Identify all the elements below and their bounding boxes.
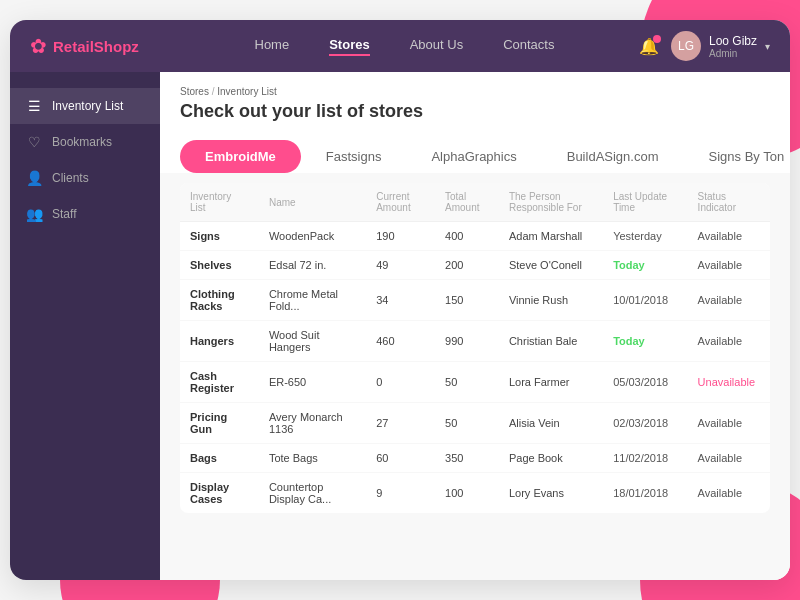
col-status: Status Indicator — [688, 183, 770, 222]
top-nav: ✿ RetailShopz Home Stores About Us Conta… — [10, 20, 790, 72]
sidebar-item-clients[interactable]: 👤 Clients — [10, 160, 160, 196]
sidebar-item-staff[interactable]: 👥 Staff — [10, 196, 160, 232]
sidebar-item-bookmarks[interactable]: ♡ Bookmarks — [10, 124, 160, 160]
user-name: Loo Gibz — [709, 34, 757, 48]
table-row: Display Cases Countertop Display Ca... 9… — [180, 473, 770, 514]
nav-right: 🔔 LG Loo Gibz Admin ▾ — [639, 31, 770, 61]
content-header: Stores / Inventory List Check out your l… — [160, 72, 790, 130]
tab-alphagraphics[interactable]: AlphaGraphics — [406, 140, 541, 173]
sidebar-item-label-clients: Clients — [52, 171, 89, 185]
cell-responsible: Vinnie Rush — [499, 280, 603, 321]
cell-inventory-list: Display Cases — [180, 473, 259, 514]
content-area: Stores / Inventory List Check out your l… — [160, 72, 790, 580]
table-row: Cash Register ER-650 0 50 Lora Farmer 05… — [180, 362, 770, 403]
col-last-update: Last Update Time — [603, 183, 687, 222]
breadcrumb: Stores / Inventory List — [180, 86, 770, 97]
table-container: Inventory List Name Current Amount Total… — [160, 173, 790, 580]
inventory-table: Inventory List Name Current Amount Total… — [180, 183, 770, 513]
cell-current-amount: 460 — [366, 321, 435, 362]
cell-last-update: 05/03/2018 — [603, 362, 687, 403]
user-role: Admin — [709, 48, 757, 59]
nav-stores[interactable]: Stores — [329, 37, 369, 56]
cell-responsible: Steve O'Conell — [499, 251, 603, 280]
col-inventory-list: Inventory List — [180, 183, 259, 222]
nav-links: Home Stores About Us Contacts — [170, 37, 639, 56]
table-row: Hangers Wood Suit Hangers 460 990 Christ… — [180, 321, 770, 362]
tab-embroidme[interactable]: EmbroidMe — [180, 140, 301, 173]
sidebar: ☰ Inventory List ♡ Bookmarks 👤 Clients 👥… — [10, 72, 160, 580]
cell-current-amount: 0 — [366, 362, 435, 403]
cell-total-amount: 400 — [435, 222, 499, 251]
cell-inventory-list: Bags — [180, 444, 259, 473]
sidebar-item-label-staff: Staff — [52, 207, 76, 221]
cell-name: Tote Bags — [259, 444, 366, 473]
staff-icon: 👥 — [26, 206, 42, 222]
logo-text: RetailShopz — [53, 38, 139, 55]
cell-status: Available — [688, 403, 770, 444]
cell-name: WoodenPack — [259, 222, 366, 251]
col-name: Name — [259, 183, 366, 222]
cell-name: Edsal 72 in. — [259, 251, 366, 280]
cell-inventory-list: Hangers — [180, 321, 259, 362]
cell-status: Unavailable — [688, 362, 770, 403]
cell-total-amount: 150 — [435, 280, 499, 321]
table-row: Signs WoodenPack 190 400 Adam Marshall Y… — [180, 222, 770, 251]
notif-dot — [653, 35, 661, 43]
cell-status: Available — [688, 473, 770, 514]
notification-icon[interactable]: 🔔 — [639, 37, 659, 56]
tab-buildasign[interactable]: BuildASign.com — [542, 140, 684, 173]
cell-inventory-list: Shelves — [180, 251, 259, 280]
store-tabs: EmbroidMe Fastsigns AlphaGraphics BuildA… — [160, 130, 790, 173]
table-row: Clothing Racks Chrome Metal Fold... 34 1… — [180, 280, 770, 321]
cell-responsible: Alisia Vein — [499, 403, 603, 444]
cell-last-update: 10/01/2018 — [603, 280, 687, 321]
cell-status: Available — [688, 222, 770, 251]
tab-signsbyton[interactable]: Signs By Ton — [684, 140, 791, 173]
sidebar-item-inventory[interactable]: ☰ Inventory List — [10, 88, 160, 124]
cell-inventory-list: Cash Register — [180, 362, 259, 403]
cell-current-amount: 34 — [366, 280, 435, 321]
cell-inventory-list: Clothing Racks — [180, 280, 259, 321]
inventory-icon: ☰ — [26, 98, 42, 114]
nav-home[interactable]: Home — [255, 37, 290, 56]
cell-responsible: Lora Farmer — [499, 362, 603, 403]
cell-current-amount: 60 — [366, 444, 435, 473]
bookmark-icon: ♡ — [26, 134, 42, 150]
main-layout: ☰ Inventory List ♡ Bookmarks 👤 Clients 👥… — [10, 72, 790, 580]
cell-name: Countertop Display Ca... — [259, 473, 366, 514]
logo-icon: ✿ — [30, 34, 47, 58]
cell-current-amount: 27 — [366, 403, 435, 444]
cell-total-amount: 990 — [435, 321, 499, 362]
user-info: Loo Gibz Admin — [709, 34, 757, 59]
col-current-amount: Current Amount — [366, 183, 435, 222]
table-row: Pricing Gun Avery Monarch 1136 27 50 Ali… — [180, 403, 770, 444]
chevron-down-icon: ▾ — [765, 41, 770, 52]
cell-status: Available — [688, 444, 770, 473]
sidebar-item-label-inventory: Inventory List — [52, 99, 123, 113]
cell-responsible: Lory Evans — [499, 473, 603, 514]
cell-inventory-list: Signs — [180, 222, 259, 251]
cell-current-amount: 49 — [366, 251, 435, 280]
cell-name: Chrome Metal Fold... — [259, 280, 366, 321]
cell-responsible: Adam Marshall — [499, 222, 603, 251]
table-row: Bags Tote Bags 60 350 Page Book 11/02/20… — [180, 444, 770, 473]
cell-name: Avery Monarch 1136 — [259, 403, 366, 444]
cell-last-update: 18/01/2018 — [603, 473, 687, 514]
col-responsible: The Person Responsible For — [499, 183, 603, 222]
table-row: Shelves Edsal 72 in. 49 200 Steve O'Cone… — [180, 251, 770, 280]
page-title: Check out your list of stores — [180, 101, 770, 122]
cell-responsible: Christian Bale — [499, 321, 603, 362]
cell-status: Available — [688, 251, 770, 280]
table-body: Signs WoodenPack 190 400 Adam Marshall Y… — [180, 222, 770, 514]
cell-responsible: Page Book — [499, 444, 603, 473]
cell-status: Available — [688, 280, 770, 321]
cell-total-amount: 350 — [435, 444, 499, 473]
cell-total-amount: 50 — [435, 362, 499, 403]
app-container: ✿ RetailShopz Home Stores About Us Conta… — [10, 20, 790, 580]
tab-fastsigns[interactable]: Fastsigns — [301, 140, 407, 173]
user-area[interactable]: LG Loo Gibz Admin ▾ — [671, 31, 770, 61]
nav-contacts[interactable]: Contacts — [503, 37, 554, 56]
cell-last-update: Today — [603, 251, 687, 280]
cell-last-update: 02/03/2018 — [603, 403, 687, 444]
nav-about[interactable]: About Us — [410, 37, 463, 56]
